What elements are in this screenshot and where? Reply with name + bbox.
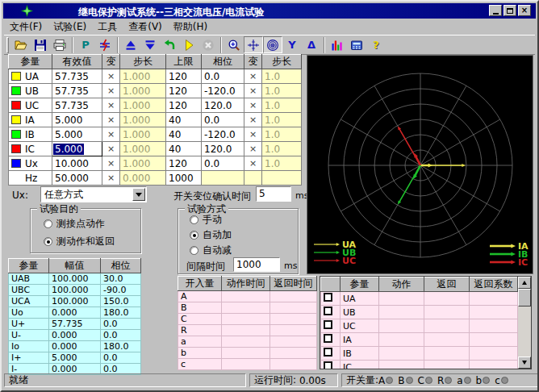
value-cell[interactable]: 5.000 bbox=[52, 127, 102, 142]
ux-mode-select[interactable]: 任意方式 bbox=[40, 186, 147, 202]
help-button[interactable]: ? bbox=[366, 36, 386, 53]
step-cell[interactable] bbox=[262, 171, 302, 186]
step-cell[interactable]: 1.000 bbox=[120, 69, 166, 84]
vary-toggle[interactable]: × bbox=[244, 113, 262, 127]
limit-cell[interactable]: 40 bbox=[166, 113, 202, 127]
step-cell[interactable]: 1.0 bbox=[262, 69, 302, 84]
scrollbar-thumb[interactable] bbox=[518, 289, 531, 307]
start-button[interactable] bbox=[179, 36, 198, 53]
fault-button[interactable] bbox=[95, 36, 115, 53]
value-cell[interactable]: 57.735 bbox=[52, 69, 102, 84]
close-button[interactable]: × bbox=[518, 5, 531, 16]
step-cell[interactable]: 1.000 bbox=[120, 156, 166, 171]
wye-button[interactable]: Y bbox=[282, 36, 302, 53]
ux-dropdown-button[interactable] bbox=[132, 188, 145, 201]
menu-item-1[interactable]: 试验(E) bbox=[48, 19, 92, 35]
step-cell[interactable]: 1.000 bbox=[120, 98, 166, 113]
delta-button[interactable]: Δ bbox=[302, 36, 321, 53]
vary-toggle[interactable]: × bbox=[244, 156, 262, 171]
monitor-checkbox[interactable] bbox=[321, 319, 341, 333]
scroll-down-button[interactable] bbox=[518, 357, 531, 369]
step-cell[interactable]: 0.000 bbox=[120, 171, 166, 186]
save-button[interactable] bbox=[31, 36, 50, 53]
p-button[interactable]: P bbox=[76, 36, 95, 53]
polar-grid-button[interactable] bbox=[263, 36, 282, 53]
phase-cell[interactable]: 0.0 bbox=[202, 113, 244, 127]
value-cell[interactable]: 5.000 bbox=[52, 113, 102, 127]
menu-item-4[interactable]: 帮助(H) bbox=[168, 19, 213, 35]
step-cell[interactable]: 1.0 bbox=[262, 127, 302, 142]
vary-toggle[interactable]: × bbox=[102, 142, 120, 156]
vary-toggle[interactable]: × bbox=[244, 69, 262, 84]
vary-toggle[interactable]: × bbox=[102, 98, 120, 113]
monitor-checkbox[interactable] bbox=[321, 333, 341, 347]
undo-button[interactable] bbox=[160, 36, 179, 53]
open-button[interactable] bbox=[11, 36, 31, 53]
mode-radio-1[interactable]: 自动加 bbox=[190, 228, 232, 242]
interval-input[interactable]: 1000 bbox=[233, 257, 280, 272]
step-cell[interactable]: 1.000 bbox=[120, 127, 166, 142]
print-button[interactable] bbox=[50, 36, 69, 53]
limit-cell[interactable]: 120 bbox=[166, 69, 202, 84]
monitor-checkbox[interactable] bbox=[321, 306, 341, 319]
phase-cell[interactable]: 0.0 bbox=[202, 156, 244, 171]
scroll-up-button[interactable] bbox=[518, 277, 531, 289]
value-cell[interactable]: 57.735 bbox=[52, 84, 102, 98]
value-cell[interactable]: 57.735 bbox=[52, 98, 102, 113]
vary-toggle[interactable]: × bbox=[244, 98, 262, 113]
maximize-button[interactable] bbox=[503, 5, 516, 16]
confirm-time-input[interactable]: 5 bbox=[256, 186, 291, 202]
limit-cell[interactable]: 1000 bbox=[166, 171, 202, 186]
purpose-radio-1[interactable]: 测动作和返回 bbox=[44, 235, 115, 248]
limit-cell[interactable]: 120 bbox=[166, 156, 202, 171]
vary-toggle[interactable]: × bbox=[102, 156, 120, 171]
monitor-checkbox[interactable] bbox=[321, 361, 341, 370]
phase-cell[interactable]: 120.0 bbox=[202, 98, 244, 113]
minimize-button[interactable] bbox=[489, 5, 502, 16]
zoom-in-button[interactable] bbox=[224, 36, 244, 53]
step-cell[interactable]: 1.000 bbox=[120, 142, 166, 156]
limit-cell[interactable]: 120 bbox=[166, 84, 202, 98]
vary-toggle[interactable] bbox=[244, 171, 262, 186]
phase-cell[interactable]: -120.0 bbox=[202, 84, 244, 98]
step-cell[interactable]: 1.0 bbox=[262, 142, 302, 156]
menu-item-2[interactable]: 工具 bbox=[92, 19, 123, 35]
vary-toggle[interactable]: × bbox=[102, 84, 120, 98]
phase-cell[interactable]: 120.0 bbox=[202, 142, 244, 156]
bar-chart-button[interactable] bbox=[328, 36, 347, 53]
calculator-button[interactable] bbox=[347, 36, 366, 53]
vary-toggle[interactable]: × bbox=[102, 69, 120, 84]
menu-item-0[interactable]: 文件(F) bbox=[4, 19, 48, 35]
limit-cell[interactable]: 40 bbox=[166, 142, 202, 156]
toolbar-handle[interactable] bbox=[6, 37, 9, 53]
step-cell[interactable]: 1.0 bbox=[262, 84, 302, 98]
vary-toggle[interactable]: × bbox=[244, 142, 262, 156]
monitor-checkbox[interactable] bbox=[321, 347, 341, 361]
increase-button[interactable] bbox=[121, 36, 140, 53]
stop-button[interactable] bbox=[198, 36, 218, 53]
value-cell[interactable]: 5.000 bbox=[52, 142, 102, 156]
phase-cell[interactable] bbox=[202, 171, 244, 186]
vary-toggle[interactable]: × bbox=[102, 171, 120, 186]
vary-toggle[interactable]: × bbox=[244, 84, 262, 98]
vary-toggle[interactable]: × bbox=[244, 127, 262, 142]
decrease-button[interactable] bbox=[140, 36, 160, 53]
step-cell[interactable]: 1.000 bbox=[120, 84, 166, 98]
axes-button[interactable] bbox=[244, 36, 263, 53]
phase-cell[interactable]: -120.0 bbox=[202, 127, 244, 142]
mode-radio-0[interactable]: 手动 bbox=[190, 213, 222, 227]
vary-toggle[interactable]: × bbox=[102, 127, 120, 142]
monitor-checkbox[interactable] bbox=[321, 292, 341, 306]
purpose-radio-0[interactable]: 测接点动作 bbox=[44, 217, 105, 231]
monitor-scrollbar[interactable] bbox=[518, 277, 531, 369]
vary-toggle[interactable]: × bbox=[102, 113, 120, 127]
limit-cell[interactable]: 40 bbox=[166, 127, 202, 142]
step-cell[interactable]: 1.000 bbox=[120, 113, 166, 127]
menu-item-3[interactable]: 查看(V) bbox=[123, 19, 168, 35]
phase-cell[interactable]: 0.0 bbox=[202, 69, 244, 84]
mode-radio-2[interactable]: 自动减 bbox=[190, 244, 232, 257]
title-bar[interactable]: 继电保护测试系统--三相交流电压/电流试验 × bbox=[3, 3, 536, 19]
step-cell[interactable]: 1.0 bbox=[262, 156, 302, 171]
value-cell[interactable]: 10.000 bbox=[52, 156, 102, 171]
limit-cell[interactable]: 120 bbox=[166, 98, 202, 113]
